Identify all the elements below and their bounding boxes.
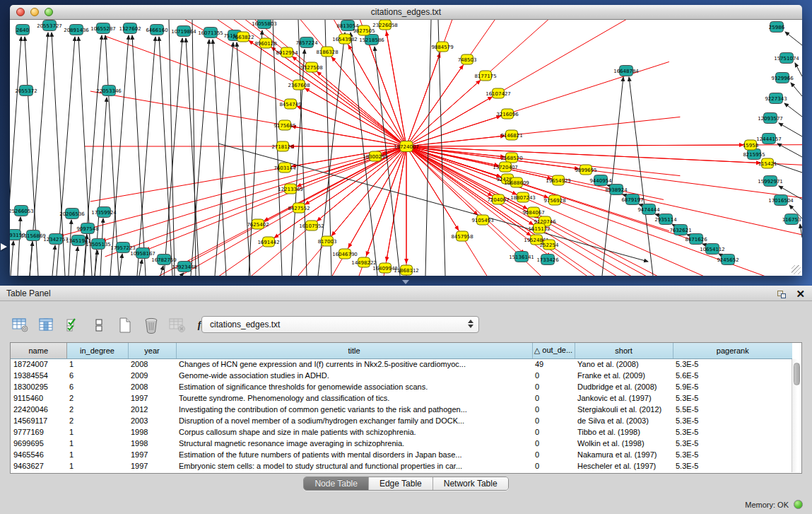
graph-node-label: 2055372 (15, 88, 37, 94)
column-header-short[interactable]: short (575, 343, 673, 358)
panel-title: Table Panel (6, 288, 51, 298)
table-row[interactable]: 2242004622012Investigating the contribut… (11, 404, 792, 415)
graph-edge (406, 97, 492, 146)
graph-node-label: 16046790 (332, 252, 358, 257)
graph-node-label: 9097548 (76, 226, 98, 232)
network-canvas[interactable]: 2640205537272089143610655287132760264661… (10, 20, 802, 276)
graph-node-label: 8912954 (276, 50, 298, 56)
graph-node-label: 9084067 (522, 210, 544, 216)
table-row[interactable]: 977716911998Corpus callosum shape and si… (11, 426, 792, 438)
column-header-title[interactable]: title (176, 343, 532, 358)
network-svg[interactable]: 2640205537272089143610655287132760264661… (10, 20, 802, 276)
graph-node-label: 748503 (458, 57, 477, 63)
graph-edge (800, 224, 802, 238)
column-header-out_de[interactable]: △ out_de... (532, 343, 575, 358)
graph-node-label: 16107552 (299, 223, 324, 229)
graph-node-label: 8960128 (254, 41, 276, 47)
resize-grip-icon[interactable] (792, 265, 801, 274)
table-selector-dropdown[interactable]: citations_edges.txt (201, 316, 479, 333)
table-row[interactable]: 969969511998Structural magnetic resonanc… (11, 438, 792, 449)
graph-edge (406, 146, 752, 276)
close-window-button[interactable] (16, 8, 25, 16)
graph-node-label: 8457958 (451, 234, 473, 240)
graph-edge (779, 123, 802, 136)
graph-node-label: 115421 (758, 161, 777, 167)
graph-node-label: 18807243 (510, 195, 536, 201)
node-table: namein_degreeyeartitle△ out_de...shortpa… (10, 342, 802, 474)
new-column-icon[interactable] (116, 315, 134, 335)
graph-node-label: 9327508 (300, 65, 322, 71)
graph-edge (629, 77, 653, 276)
network-window[interactable]: citations_edges.txt 26402055372720891436… (10, 5, 802, 276)
graph-node-label: 9105493 (471, 218, 493, 223)
tab-network-table[interactable]: Network Table (433, 477, 508, 490)
graph-node-label: 13505135 (86, 242, 111, 247)
graph-node-label: 8427552 (288, 206, 310, 211)
delete-columns-icon[interactable] (142, 315, 160, 335)
graph-edge (406, 146, 760, 163)
column-header-in_degree[interactable]: in_degree (66, 343, 128, 358)
graph-node-label: 1327602 (119, 26, 141, 32)
scrollbar-thumb[interactable] (794, 363, 800, 385)
status-bar: Memory: OK (0, 495, 812, 514)
graph-edge (137, 37, 155, 276)
tab-edge-table[interactable]: Edge Table (368, 477, 433, 490)
graph-node-label: 2568520 (500, 156, 522, 161)
attribute-table: namein_degreeyeartitle△ out_de...shortpa… (11, 343, 792, 472)
table-row[interactable]: 1456911722003Disruption of a novel membe… (11, 415, 792, 426)
column-header-name[interactable]: name (11, 343, 66, 358)
close-panel-icon[interactable]: ✕ (796, 288, 805, 299)
graph-node-label: 16071355 (198, 30, 223, 36)
graph-node-label: 10655287 (90, 26, 116, 32)
dropdown-arrows-icon (468, 320, 473, 328)
graph-node-label: 9440954 (589, 178, 612, 184)
graph-edge (406, 145, 743, 146)
graph-node-label: 18300295 (363, 154, 388, 160)
graph-node-label: 9884579 (431, 45, 453, 50)
splitter-handle-icon[interactable] (402, 280, 409, 284)
table-settings-icon[interactable] (11, 315, 30, 335)
graph-node-label: 1615132 (528, 226, 550, 232)
network-window-titlebar[interactable]: citations_edges.txt (10, 5, 802, 20)
graph-node-label: 14498222 (351, 260, 377, 266)
graph-node-label: 17359924 (91, 210, 117, 216)
delete-table-icon (168, 315, 187, 335)
minimize-window-button[interactable] (30, 8, 39, 16)
graph-node-label: 15992971 (758, 179, 783, 185)
graph-edge (119, 254, 122, 276)
graph-edge (406, 146, 737, 276)
graph-edge (191, 40, 209, 276)
graph-node-label: 19654923 (546, 178, 571, 184)
table-scrollbar[interactable] (792, 359, 801, 472)
graph-node-label: 9175685 (273, 123, 295, 129)
graph-edge (406, 146, 510, 180)
graph-node-label: 10719864 (171, 29, 196, 35)
table-row[interactable]: 1872400712008Changes of HCN gene express… (11, 358, 792, 370)
table-row[interactable]: 1830029562008Estimation of significance … (11, 381, 792, 392)
row-height-icon[interactable] (90, 315, 108, 335)
graph-node-label: 1691442 (257, 240, 279, 245)
graph-node-label: 17957223 (110, 245, 136, 251)
graph-node-label: 7632621 (669, 228, 691, 233)
graph-node-label: 8938924 (605, 187, 628, 193)
zoom-window-button[interactable] (45, 8, 53, 16)
graph-node-label: 2367608 (288, 83, 310, 88)
graph-node-label: 16107427 (486, 91, 511, 97)
memory-status-label: Memory: OK (745, 501, 789, 509)
table-row[interactable]: 946554611997Estimation of the future num… (11, 449, 792, 460)
select-rows-icon[interactable] (64, 315, 82, 335)
graph-node-label: 17016504 (768, 198, 794, 204)
graph-node-label: 10958167 (130, 251, 155, 257)
tab-node-table[interactable]: Node Table (304, 477, 368, 490)
table-toolbar: f(x) citations_edges.txt (0, 314, 812, 338)
column-header-year[interactable]: year (128, 343, 176, 358)
show-columns-icon[interactable] (37, 315, 56, 335)
column-header-pagerank[interactable]: pagerank (673, 343, 792, 358)
table-row[interactable]: 911546021997Tourette syndrome. Phenomeno… (11, 392, 792, 404)
table-row[interactable]: 1938455462009Genome-wide association stu… (11, 370, 792, 381)
table-panel-header: Table Panel ✕ (0, 286, 812, 301)
graph-node-label: 7204007 (487, 197, 509, 203)
table-row[interactable]: 946362711997Embryonic stem cells: a mode… (11, 460, 792, 472)
graph-edge (795, 63, 802, 76)
float-panel-icon[interactable] (777, 289, 787, 298)
